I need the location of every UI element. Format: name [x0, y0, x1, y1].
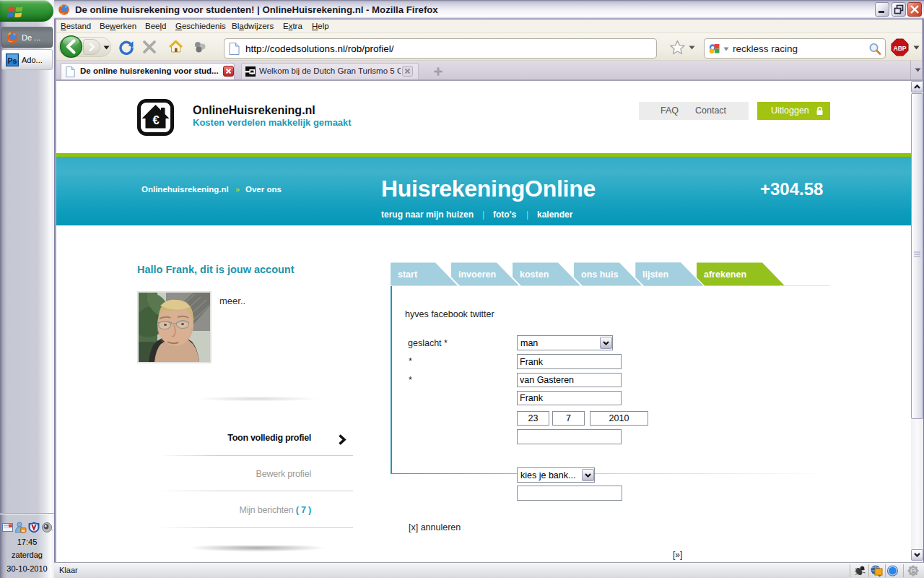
svg-text:ABP: ABP [893, 45, 906, 52]
svg-text:ons huis: ons huis [581, 269, 618, 280]
svg-text:afrekenen: afrekenen [704, 269, 746, 280]
svg-text:invoeren: invoeren [458, 269, 496, 280]
svg-text:lijsten: lijsten [642, 269, 668, 280]
svg-text:start: start [398, 269, 418, 280]
svg-text:kosten: kosten [520, 269, 549, 280]
svg-text:S: S [911, 568, 915, 574]
svg-text:Ps: Ps [8, 56, 17, 64]
svg-text:€: € [152, 113, 159, 126]
